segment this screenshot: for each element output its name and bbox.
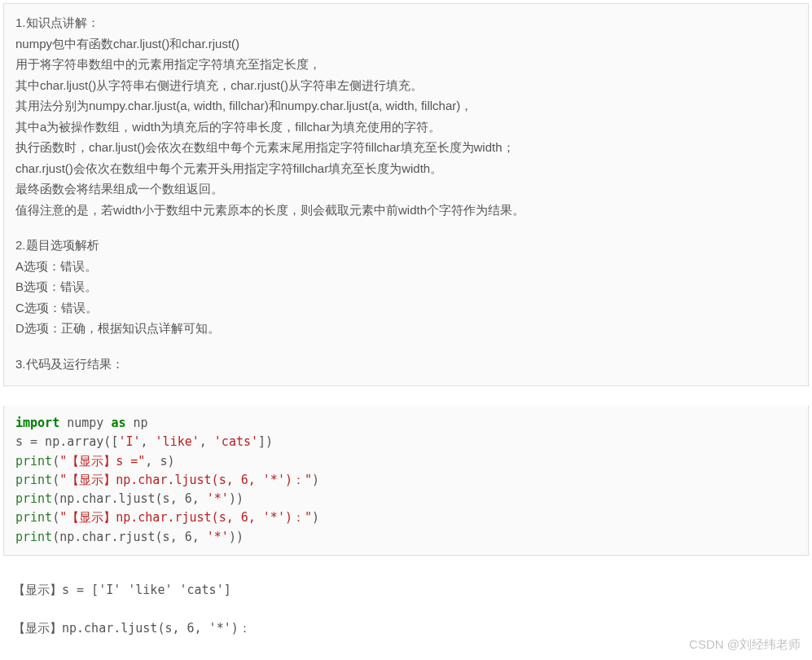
string: "【显示】np.char.rjust(s, 6, '*')：": [59, 510, 312, 525]
code-text: ,: [141, 434, 156, 449]
text-line: 执行函数时，char.ljust()会依次在数组中每个元素末尾用指定字符fill…: [15, 137, 797, 158]
code-text: ,: [192, 491, 207, 506]
keyword: import: [15, 416, 59, 430]
string: 'cats': [214, 434, 258, 449]
code-text: (: [52, 473, 59, 487]
function: print: [15, 530, 52, 544]
string: '*': [207, 530, 229, 544]
code-text: s = np.array([: [15, 434, 118, 449]
code-text: ,: [192, 530, 207, 544]
function: print: [15, 473, 52, 487]
string: '*': [207, 491, 229, 506]
string: "【显示】np.char.ljust(s, 6, '*')：": [59, 473, 312, 487]
text-line: 最终函数会将结果组成一个数组返回。: [15, 178, 797, 200]
text-line: A选项：错误。: [15, 256, 797, 277]
string: 'I': [118, 434, 140, 449]
text-line: B选项：错误。: [15, 276, 797, 297]
text-line: 用于将字符串数组中的元素用指定字符填充至指定长度，: [15, 54, 797, 75]
code-line: print(np.char.rjust(s, 6, '*')): [15, 528, 797, 547]
code-text: np: [125, 416, 147, 430]
code-line: print(np.char.ljust(s, 6, '*')): [15, 490, 797, 508]
text-line: 其中char.ljust()从字符串右侧进行填充，char.rjust()从字符…: [15, 75, 797, 96]
code-text: ): [312, 510, 319, 525]
code-text: )): [229, 491, 244, 506]
code-text: numpy: [59, 416, 111, 430]
text-line: D选项：正确，根据知识点详解可知。: [15, 318, 797, 339]
text-line: 值得注意的是，若width小于数组中元素原本的长度，则会截取元素中前width个…: [15, 200, 797, 221]
watermark: CSDN @刘经纬老师: [689, 634, 801, 655]
code-line: print("【显示】np.char.ljust(s, 6, '*')："): [15, 471, 797, 490]
string: "【显示】s =": [59, 454, 145, 469]
output-line: 【显示】s = ['I' 'like' 'cats']: [13, 581, 809, 600]
text-line: 3.代码及运行结果：: [15, 354, 797, 375]
text-line: 2.题目选项解析: [15, 235, 797, 256]
function: print: [15, 491, 52, 506]
text-line: char.rjust()会依次在数组中每个元素开头用指定字符fillchar填充…: [15, 158, 797, 179]
text-line: 1.知识点讲解：: [15, 12, 797, 33]
code-text: , s): [145, 454, 174, 469]
number: 6: [185, 491, 192, 506]
code-line: import numpy as np: [15, 414, 797, 433]
code-text: ,: [200, 434, 214, 449]
text-line: 其用法分别为numpy.char.ljust(a, width, fillcha…: [15, 95, 797, 117]
text-line: 其中a为被操作数组，width为填充后的字符串长度，fillchar为填充使用的…: [15, 117, 797, 138]
explanation-block: 1.知识点讲解： numpy包中有函数char.ljust()和char.rju…: [3, 3, 809, 386]
code-text: )): [229, 530, 244, 544]
code-text: (: [52, 510, 59, 525]
code-text: ]): [258, 434, 273, 449]
code-text: ): [312, 473, 319, 487]
code-line: print("【显示】s =", s): [15, 452, 797, 471]
code-text: (: [52, 454, 59, 469]
code-line: print("【显示】np.char.rjust(s, 6, '*')："): [15, 508, 797, 527]
keyword: as: [111, 416, 125, 430]
output-line: ['I*****' 'like**' 'cats**']: [13, 657, 809, 660]
string: 'like': [156, 434, 200, 449]
text-line: numpy包中有函数char.ljust()和char.rjust(): [15, 33, 797, 55]
code-line: s = np.array(['I', 'like', 'cats']): [15, 433, 797, 451]
text-line: C选项：错误。: [15, 297, 797, 319]
function: print: [15, 454, 52, 469]
code-text: (np.char.rjust(s,: [52, 530, 185, 544]
number: 6: [185, 530, 192, 544]
function: print: [15, 510, 52, 525]
code-block: import numpy as np s = np.array(['I', 'l…: [3, 406, 809, 556]
code-text: (np.char.ljust(s,: [52, 491, 185, 506]
